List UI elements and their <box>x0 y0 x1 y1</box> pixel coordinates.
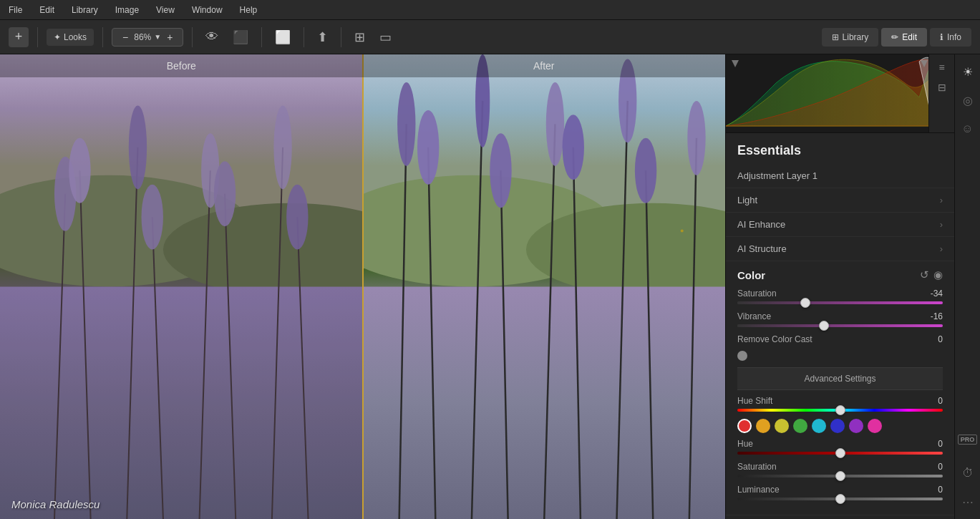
photo-credit: Monica Radulescu <box>11 498 100 510</box>
sat2-label-row: Saturation 0 <box>737 462 943 472</box>
crop-button[interactable]: ⬜ <box>271 26 295 48</box>
color-dot-purple[interactable] <box>849 419 863 433</box>
menu-library[interactable]: Library <box>69 4 101 16</box>
menu-view[interactable]: View <box>153 4 178 16</box>
svg-point-36 <box>475 54 490 147</box>
layers-btn[interactable]: ⊟ <box>935 79 949 96</box>
hue-shift-value: 0 <box>938 396 943 406</box>
more-icon-btn[interactable]: ⋯ <box>956 490 979 513</box>
sun-icon: ☀ <box>963 65 973 79</box>
visibility-icon[interactable]: ◉ <box>933 268 943 281</box>
rcc-value: 0 <box>938 334 943 344</box>
sat2-slider[interactable] <box>737 475 943 477</box>
svg-point-37 <box>490 133 511 208</box>
filmstrip-button[interactable]: ▭ <box>375 26 396 48</box>
hue-slider[interactable] <box>737 452 943 455</box>
color-dot-red[interactable] <box>737 419 752 433</box>
menu-edit[interactable]: Edit <box>37 4 57 16</box>
toolbar-sep2 <box>102 27 103 47</box>
vibrance-slider[interactable] <box>737 324 943 327</box>
eye-icon-btn[interactable]: ◎ <box>956 89 979 112</box>
lum-slider-row: Luminance 0 <box>737 485 943 500</box>
vibrance-slider-row: Vibrance -16 <box>737 311 943 327</box>
edit-label: Edit <box>902 32 917 42</box>
zoom-value: 86% <box>134 32 151 42</box>
toolbar-sep6 <box>341 27 341 47</box>
menu-file[interactable]: File <box>6 4 25 16</box>
menu-image[interactable]: Image <box>112 4 142 16</box>
face-icon-btn[interactable]: ☺ <box>956 117 979 140</box>
info-tab[interactable]: ℹ Info <box>930 28 971 47</box>
split-line[interactable] <box>362 54 364 519</box>
rcc-label: Remove Color Cast <box>737 334 812 344</box>
export-button[interactable]: ⬆ <box>313 26 332 48</box>
svg-point-43 <box>680 230 683 233</box>
zoom-decrease[interactable]: − <box>120 31 131 43</box>
preview-toggle-button[interactable]: 👁 <box>201 26 223 47</box>
vibrance-thumb[interactable] <box>819 321 829 331</box>
add-button[interactable]: + <box>9 27 29 47</box>
compare-button[interactable]: ⬛ <box>228 26 253 48</box>
rcc-slider-row: Remove Color Cast 0 <box>737 334 943 360</box>
svg-rect-24 <box>363 287 726 520</box>
pro-badge: PRO <box>958 435 978 445</box>
photo-before <box>0 54 363 519</box>
color-dot-cyan[interactable] <box>812 419 826 433</box>
hue-value: 0 <box>938 439 943 449</box>
histogram-menu-btn[interactable]: ≡ <box>936 59 947 76</box>
menu-help[interactable]: Help <box>237 4 261 16</box>
sun-icon-btn[interactable]: ☀ <box>956 60 979 83</box>
lum-value: 0 <box>938 485 943 495</box>
toolbar: + ✦ Looks − 86% ▼ + 👁 ⬛ ⬜ ⬆ ⊞ ▭ ⊞ Librar… <box>0 20 980 54</box>
looks-button[interactable]: ✦ Looks <box>47 29 94 46</box>
sat2-thumb[interactable] <box>835 471 845 481</box>
library-tab[interactable]: ⊞ Library <box>822 28 879 47</box>
hue-shift-slider[interactable] <box>737 409 943 412</box>
advanced-settings-btn[interactable]: Advanced Settings <box>737 367 943 390</box>
ai-structure-row[interactable]: AI Structure › <box>726 237 954 261</box>
ai-enhance-row[interactable]: AI Enhance › <box>726 213 954 237</box>
hue-slider-row: Hue 0 <box>737 439 943 455</box>
lum-slider[interactable] <box>737 498 943 500</box>
saturation-track-bg <box>737 301 943 304</box>
menu-window[interactable]: Window <box>189 4 225 16</box>
lum-thumb[interactable] <box>835 494 845 504</box>
histogram-canvas <box>726 54 928 132</box>
rcc-dot-container <box>737 349 943 360</box>
photo-container[interactable]: Monica Radulescu <box>0 54 725 519</box>
edit-tab[interactable]: ✏ Edit <box>881 28 927 47</box>
toolbar-sep1 <box>37 27 38 47</box>
zoom-increase[interactable]: + <box>164 31 175 43</box>
color-section: Color ↺ ◉ Saturation -34 <box>726 261 954 515</box>
sat2-value: 0 <box>938 462 943 472</box>
saturation-thumb[interactable] <box>800 298 810 308</box>
hue-thumb[interactable] <box>835 448 845 458</box>
color-dot-blue[interactable] <box>830 419 845 433</box>
color-dot-yellow[interactable] <box>775 419 789 433</box>
canvas-area: Before After <box>0 54 725 519</box>
toolbar-sep4 <box>261 27 262 47</box>
rcc-dot[interactable] <box>737 351 747 361</box>
saturation-label: Saturation <box>737 288 777 299</box>
vibrance-track-bg <box>737 324 943 327</box>
ai-structure-label: AI Structure <box>737 243 787 254</box>
reset-icon[interactable]: ↺ <box>920 268 929 281</box>
adjustment-layer-label: Adjustment Layer 1 <box>737 170 818 181</box>
saturation-slider[interactable] <box>737 301 943 304</box>
svg-point-39 <box>562 115 583 180</box>
light-row[interactable]: Light › <box>726 188 954 213</box>
face-icon: ☺ <box>961 122 973 135</box>
light-label: Light <box>737 195 757 205</box>
color-dot-green[interactable] <box>793 419 807 433</box>
color-dot-orange[interactable] <box>756 419 770 433</box>
color-dot-pink[interactable] <box>868 419 882 433</box>
hue-shift-thumb[interactable] <box>835 405 845 415</box>
adjustment-layer-row[interactable]: Adjustment Layer 1 <box>726 164 954 188</box>
color-section-actions: ↺ ◉ <box>920 268 943 281</box>
toolbar-right: ⊞ Library ✏ Edit ℹ Info <box>822 28 971 47</box>
clock-icon-btn[interactable]: ⏱ <box>956 462 979 485</box>
grid-button[interactable]: ⊞ <box>350 26 369 48</box>
sat2-label: Saturation <box>737 462 777 472</box>
panel-content: Essentials Adjustment Layer 1 Light › AI… <box>726 133 954 519</box>
svg-marker-44 <box>732 60 739 67</box>
